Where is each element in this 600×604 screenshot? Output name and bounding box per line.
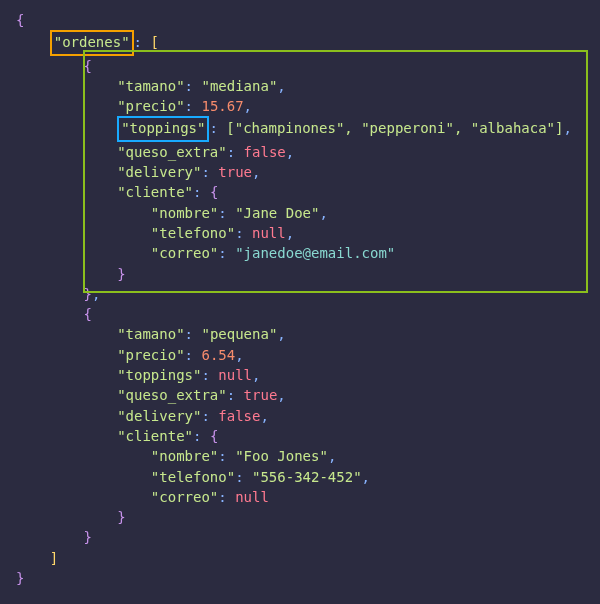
- code-line: "toppings": ["champinones", "pepperoni",…: [16, 116, 584, 141]
- code-line: }: [16, 507, 584, 527]
- json-null: null: [252, 225, 286, 241]
- json-key: "precio": [117, 347, 184, 363]
- json-bool: true: [218, 164, 252, 180]
- code-line: "nombre": "Jane Doe",: [16, 203, 584, 223]
- code-line: }: [16, 568, 584, 588]
- code-line: {: [16, 56, 584, 76]
- json-key: "precio": [117, 98, 184, 114]
- json-key: "nombre": [151, 448, 218, 464]
- json-string: "janedoe@email.com": [235, 245, 395, 261]
- json-bool: false: [244, 144, 286, 160]
- code-line: {: [16, 10, 584, 30]
- json-string: "Foo Jones": [235, 448, 328, 464]
- code-line: "toppings": null,: [16, 365, 584, 385]
- json-string: "Jane Doe": [235, 205, 319, 221]
- code-line: ]: [16, 548, 584, 568]
- code-line: }: [16, 527, 584, 547]
- json-key: "cliente": [117, 184, 193, 200]
- json-key: "delivery": [117, 408, 201, 424]
- code-line: "delivery": true,: [16, 162, 584, 182]
- json-key: "tamano": [117, 326, 184, 342]
- json-bool: true: [244, 387, 278, 403]
- json-bool: false: [218, 408, 260, 424]
- json-key: "telefono": [151, 469, 235, 485]
- json-key: "nombre": [151, 205, 218, 221]
- code-line: "queso_extra": true,: [16, 385, 584, 405]
- code-line: "tamano": "mediana",: [16, 76, 584, 96]
- json-key-ordenes: "ordenes": [54, 34, 130, 50]
- json-array: ["champinones", "pepperoni", "albahaca"]: [226, 120, 563, 136]
- json-key: "toppings": [117, 367, 201, 383]
- json-null: null: [235, 489, 269, 505]
- code-line: "cliente": {: [16, 426, 584, 446]
- json-key: "toppings": [121, 120, 205, 136]
- code-line: "nombre": "Foo Jones",: [16, 446, 584, 466]
- json-key: "queso_extra": [117, 387, 227, 403]
- json-null: null: [218, 367, 252, 383]
- highlight-ordenes-key: "ordenes": [50, 30, 134, 55]
- code-line: "delivery": false,: [16, 406, 584, 426]
- code-line: }: [16, 264, 584, 284]
- json-string: "556-342-452": [252, 469, 362, 485]
- json-key: "telefono": [151, 225, 235, 241]
- highlight-toppings-key: "toppings": [117, 116, 209, 141]
- code-line: "correo": null: [16, 487, 584, 507]
- code-editor: { "ordenes": [ { "tamano": "mediana", "p…: [0, 0, 600, 604]
- code-line: "queso_extra": false,: [16, 142, 584, 162]
- json-key: "correo": [151, 489, 218, 505]
- code-line: "precio": 15.67,: [16, 96, 584, 116]
- code-line: "ordenes": [: [16, 30, 584, 55]
- json-number: 15.67: [201, 98, 243, 114]
- code-line: "cliente": {: [16, 182, 584, 202]
- code-line: "tamano": "pequena",: [16, 324, 584, 344]
- json-key: "cliente": [117, 428, 193, 444]
- code-line: "telefono": "556-342-452",: [16, 467, 584, 487]
- code-line: "telefono": null,: [16, 223, 584, 243]
- json-key: "tamano": [117, 78, 184, 94]
- json-key: "delivery": [117, 164, 201, 180]
- json-key: "queso_extra": [117, 144, 227, 160]
- code-line: "precio": 6.54,: [16, 345, 584, 365]
- json-string: "pequena": [201, 326, 277, 342]
- json-number: 6.54: [201, 347, 235, 363]
- code-line: {: [16, 304, 584, 324]
- code-line: },: [16, 284, 584, 304]
- json-string: "mediana": [201, 78, 277, 94]
- code-line: "correo": "janedoe@email.com": [16, 243, 584, 263]
- json-key: "correo": [151, 245, 218, 261]
